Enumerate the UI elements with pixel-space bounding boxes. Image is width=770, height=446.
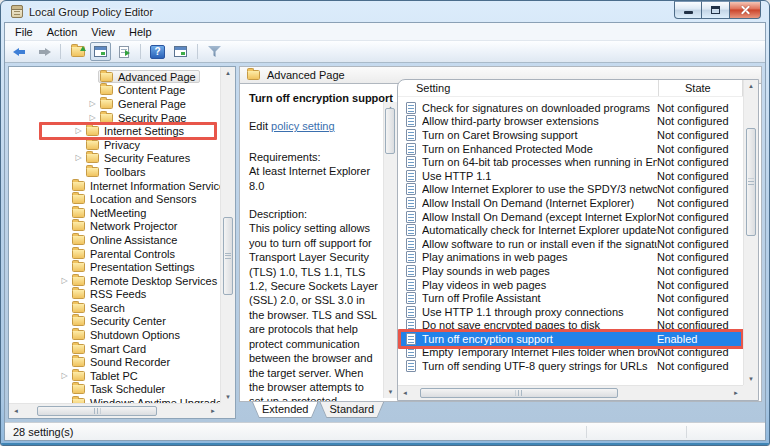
tree-item[interactable]: Location and Sensors: [9, 192, 219, 206]
tree-item-body[interactable]: Task Scheduler: [70, 383, 169, 396]
help-button[interactable]: ?: [147, 42, 168, 61]
table-row[interactable]: Allow software to run or install even if…: [398, 237, 743, 251]
back-button[interactable]: [10, 42, 31, 61]
tree-item-body[interactable]: Tablet PC: [70, 369, 142, 382]
tree-item[interactable]: Privacy: [9, 138, 219, 152]
export-list-button[interactable]: [113, 42, 134, 61]
expander-icon[interactable]: ▷: [87, 100, 98, 108]
tree-item[interactable]: Sound Recorder: [9, 355, 219, 369]
table-row[interactable]: Play sounds in web pagesNot configured: [398, 264, 743, 278]
tree-item-body[interactable]: Network Projector: [70, 220, 181, 233]
table-row[interactable]: Do not save encrypted pages to diskNot c…: [398, 319, 743, 333]
tree-item[interactable]: Task Scheduler: [9, 383, 219, 397]
scroll-right-icon[interactable]: ►: [210, 408, 216, 414]
table-row[interactable]: Allow third-party browser extensionsNot …: [398, 115, 743, 129]
tab-standard[interactable]: Standard: [319, 402, 384, 418]
table-row[interactable]: Use HTTP 1.1 through proxy connectionsNo…: [398, 305, 743, 319]
tree-item[interactable]: Presentation Settings: [9, 260, 219, 274]
tree-item-body[interactable]: Remote Desktop Services: [70, 274, 221, 287]
tree-item-body[interactable]: Internet Information Services: [70, 179, 235, 192]
tree-item[interactable]: Internet Information Services: [9, 179, 219, 193]
tree-item-body[interactable]: General Page: [98, 97, 190, 110]
expander-icon[interactable]: ▷: [87, 114, 98, 122]
scroll-up-icon[interactable]: ▲: [748, 83, 754, 89]
table-row[interactable]: Turn off sending UTF-8 query strings for…: [398, 359, 743, 373]
tree-item[interactable]: Advanced Page: [9, 70, 219, 84]
tree-item[interactable]: NetMeeting: [9, 206, 219, 220]
tree-item-body[interactable]: Content Page: [98, 84, 189, 97]
tree-item-body[interactable]: Shutdown Options: [70, 329, 184, 342]
tree-item-body[interactable]: Security Features: [84, 152, 194, 165]
tree-item[interactable]: ▷Remote Desktop Services: [9, 274, 219, 288]
menu-action[interactable]: Action: [40, 24, 85, 40]
tree-item[interactable]: Online Assistance: [9, 233, 219, 247]
tree-hscroll-thumb[interactable]: [37, 406, 157, 416]
table-row[interactable]: Allow Internet Explorer to use the SPDY/…: [398, 183, 743, 197]
show-action-pane-button[interactable]: [170, 42, 191, 61]
tree-item-body[interactable]: Smart Card: [70, 342, 150, 355]
tree-item-body[interactable]: NetMeeting: [70, 206, 150, 219]
tree-item[interactable]: ▷Security Page: [9, 111, 219, 125]
tree-item[interactable]: Toolbars: [9, 165, 219, 179]
tree-item[interactable]: ▷Security Features: [9, 152, 219, 166]
scroll-down-icon[interactable]: ▼: [225, 394, 231, 400]
table-row[interactable]: Play videos in web pagesNot configured: [398, 278, 743, 292]
extended-scroll-thumb[interactable]: [385, 108, 395, 154]
tree-item[interactable]: Content Page: [9, 84, 219, 98]
table-row[interactable]: Automatically check for Internet Explore…: [398, 223, 743, 237]
tree-item[interactable]: ▷Internet Settings: [9, 124, 219, 138]
up-one-level-button[interactable]: [67, 42, 88, 61]
tree-item-body[interactable]: Security Center: [70, 315, 170, 328]
title-bar[interactable]: Local Group Policy Editor: [1, 1, 769, 22]
tree-item-body[interactable]: Location and Sensors: [70, 193, 200, 206]
column-header-state[interactable]: State: [659, 80, 743, 96]
table-row[interactable]: Turn on Caret Browsing supportNot config…: [398, 128, 743, 142]
tree-item[interactable]: RSS Feeds: [9, 288, 219, 302]
tree-item[interactable]: Smart Card: [9, 342, 219, 356]
minimize-button[interactable]: [674, 1, 702, 19]
table-row[interactable]: Use HTTP 1.1Not configured: [398, 169, 743, 183]
expander-icon[interactable]: ▷: [59, 372, 70, 380]
filter-button[interactable]: [204, 42, 225, 61]
scroll-down-icon[interactable]: ▼: [748, 376, 754, 382]
table-row[interactable]: Check for signatures on downloaded progr…: [398, 101, 743, 115]
table-row[interactable]: Play animations in web pagesNot configur…: [398, 251, 743, 265]
menu-file[interactable]: File: [8, 24, 40, 40]
tree-item-body[interactable]: Sound Recorder: [70, 356, 174, 369]
table-row[interactable]: Turn off encryption supportEnabled: [398, 332, 743, 346]
list-hscroll-thumb[interactable]: [420, 388, 618, 398]
table-row[interactable]: Allow Install On Demand (Internet Explor…: [398, 196, 743, 210]
tree-item-body[interactable]: Advanced Page: [98, 70, 200, 83]
tree-item-body[interactable]: RSS Feeds: [70, 288, 150, 301]
tab-extended[interactable]: Extended: [252, 402, 318, 418]
policy-setting-link[interactable]: policy setting: [271, 120, 335, 132]
tree-item-body[interactable]: Search: [70, 301, 129, 314]
tree-item-body[interactable]: Privacy: [84, 138, 144, 151]
table-row[interactable]: Turn on Enhanced Protected ModeNot confi…: [398, 142, 743, 156]
table-row[interactable]: Turn off Profile AssistantNot configured: [398, 291, 743, 305]
scroll-right-icon[interactable]: ►: [733, 390, 739, 396]
maximize-button[interactable]: [702, 1, 730, 19]
tree-vscroll-thumb[interactable]: [223, 217, 233, 295]
scroll-down-icon[interactable]: ▼: [388, 389, 394, 395]
tree-item[interactable]: ▷General Page: [9, 97, 219, 111]
tree-item-body[interactable]: Online Assistance: [70, 233, 181, 246]
tree-item[interactable]: Security Center: [9, 315, 219, 329]
scroll-up-icon[interactable]: ▲: [225, 70, 231, 76]
menu-view[interactable]: View: [84, 24, 122, 40]
tree-item[interactable]: Search: [9, 301, 219, 315]
tree-item-body[interactable]: Security Page: [98, 111, 190, 124]
forward-button[interactable]: [33, 42, 54, 61]
tree-item[interactable]: Shutdown Options: [9, 328, 219, 342]
menu-help[interactable]: Help: [122, 24, 159, 40]
expander-icon[interactable]: ▷: [59, 277, 70, 285]
scroll-left-icon[interactable]: ◄: [402, 390, 408, 396]
scroll-left-icon[interactable]: ◄: [13, 408, 19, 414]
expander-icon[interactable]: ▷: [73, 154, 84, 162]
table-row[interactable]: Allow Install On Demand (except Internet…: [398, 210, 743, 224]
list-vscroll-thumb[interactable]: [746, 128, 756, 236]
tree-item-body[interactable]: Parental Controls: [70, 247, 179, 260]
tree-item[interactable]: Network Projector: [9, 220, 219, 234]
tree-item-body[interactable]: Internet Settings: [84, 125, 188, 138]
tree-item-body[interactable]: Toolbars: [84, 165, 150, 178]
